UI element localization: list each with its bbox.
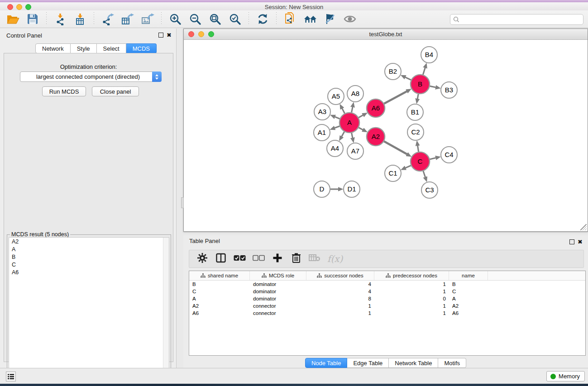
graph-node-A8[interactable]: A8 (347, 86, 363, 102)
tab-network[interactable]: Network (35, 43, 71, 53)
mcds-result-item[interactable]: A2 (9, 238, 169, 245)
edge-B-B1[interactable] (417, 94, 418, 99)
run-mcds-button[interactable]: Run MCDS (42, 86, 86, 96)
search-box[interactable] (450, 14, 583, 25)
mcds-result-item[interactable]: A6 (9, 268, 169, 276)
column-header-name[interactable]: name (449, 271, 488, 280)
table-cell[interactable]: A6 (189, 310, 250, 316)
import-table-button[interactable] (72, 11, 88, 27)
edge-A2-C[interactable] (384, 141, 407, 154)
mcds-result-item[interactable]: B (9, 253, 169, 261)
table-cell[interactable]: C (189, 289, 250, 294)
edge-A6-B[interactable] (384, 91, 407, 104)
settings-gear-button[interactable] (196, 252, 208, 266)
table-cell[interactable]: 0 (374, 296, 449, 301)
window-resize-grip[interactable] (580, 224, 587, 230)
column-header-predecessor-nodes[interactable]: predecessor nodes (374, 271, 449, 280)
delete-row-button[interactable] (290, 252, 302, 266)
open-folder-button[interactable] (5, 11, 21, 27)
table-cell[interactable]: 4 (306, 289, 374, 294)
graph-node-A5[interactable]: A5 (328, 88, 344, 105)
edge-A-A4[interactable] (342, 132, 344, 137)
network-canvas[interactable]: AA1A3A4A5A7A8A6A2BB1B2B3B4CC1C2C3C4DD1 (184, 40, 587, 231)
graph-node-A[interactable]: A (339, 113, 359, 133)
zoom-selected-button[interactable] (227, 11, 243, 27)
table-row[interactable]: A6connector11A6 (189, 310, 585, 317)
edge-A-A8[interactable] (352, 107, 353, 112)
memory-button[interactable]: Memory (546, 371, 585, 381)
table-row[interactable]: Cdominator41C (189, 288, 585, 295)
close-panel-button[interactable]: Close panel (92, 86, 139, 96)
edge-C-C2[interactable] (418, 146, 419, 152)
table-cell[interactable]: dominator (250, 281, 306, 287)
graph-node-B2[interactable]: B2 (385, 63, 401, 80)
graph-node-C2[interactable]: C2 (407, 124, 424, 140)
new-network-from-selection-button[interactable] (282, 11, 298, 27)
zoom-fit-button[interactable] (207, 11, 223, 27)
table-cell[interactable]: A2 (449, 303, 488, 309)
table-cell[interactable]: 1 (374, 303, 449, 309)
table-cell[interactable]: A (449, 296, 488, 301)
table-cell[interactable]: 4 (306, 281, 374, 287)
graph-node-A7[interactable]: A7 (347, 143, 363, 159)
table-cell[interactable]: A (189, 296, 250, 301)
column-header-shared-name[interactable]: shared name (189, 271, 250, 280)
edge-A-A6[interactable] (359, 115, 363, 117)
column-header-MCDS-role[interactable]: MCDS role (250, 271, 306, 280)
tab-style[interactable]: Style (71, 43, 97, 53)
graph-node-D1[interactable]: D1 (344, 181, 360, 197)
split-columns-button[interactable] (215, 252, 227, 266)
edge-C-C3[interactable] (423, 171, 425, 177)
task-history-button[interactable] (6, 372, 16, 381)
import-network-button[interactable] (52, 11, 68, 27)
edge-B-B4[interactable] (423, 68, 425, 75)
hide-selected-button[interactable] (322, 11, 338, 27)
result-list-scrollbar[interactable] (163, 238, 169, 385)
graph-node-B1[interactable]: B1 (407, 104, 423, 120)
table-row[interactable]: Adominator80A (189, 295, 585, 302)
graph-node-C4[interactable]: C4 (441, 147, 457, 163)
show-all-button[interactable] (342, 11, 358, 27)
save-button[interactable] (24, 11, 41, 27)
export-network-button[interactable] (100, 11, 116, 27)
table-cell[interactable]: 1 (374, 310, 449, 316)
table-close-panel-icon[interactable]: ✖ (578, 239, 583, 244)
graph-node-A3[interactable]: A3 (314, 104, 330, 120)
edge-A-A3[interactable] (335, 117, 340, 119)
export-image-button[interactable] (139, 11, 156, 27)
edge-B-B3[interactable] (430, 86, 436, 87)
select-all-checkboxes-button[interactable] (234, 252, 246, 266)
table-cell[interactable]: dominator (250, 289, 306, 294)
mcds-result-list[interactable]: A2ABCA6 (9, 237, 169, 386)
table-cell[interactable]: B (449, 281, 488, 287)
table-cell[interactable]: C (449, 289, 488, 294)
table-cell[interactable]: 1 (306, 303, 374, 309)
graph-node-C[interactable]: C (411, 152, 430, 171)
graph-node-B3[interactable]: B3 (441, 82, 457, 98)
export-table-button[interactable] (120, 11, 136, 27)
tab-network-table[interactable]: Network Table (389, 358, 438, 368)
table-cell[interactable]: dominator (250, 296, 306, 301)
graph-node-B[interactable]: B (411, 75, 430, 94)
table-cell[interactable]: A6 (449, 310, 488, 316)
add-row-button[interactable] (272, 252, 283, 266)
column-header-successor-nodes[interactable]: successor nodes (306, 271, 374, 280)
edge-C-C1[interactable] (406, 166, 411, 168)
tab-mcds[interactable]: MCDS (126, 43, 157, 53)
table-cell[interactable]: A2 (189, 303, 250, 309)
edge-A-A7[interactable] (352, 133, 353, 138)
tab-motifs[interactable]: Motifs (438, 358, 466, 368)
first-neighbors-button[interactable] (302, 11, 318, 27)
mcds-result-item[interactable]: A (9, 245, 169, 253)
mcds-result-item[interactable]: C (9, 261, 169, 268)
search-input[interactable] (462, 16, 580, 23)
tab-edge-table[interactable]: Edge Table (347, 358, 389, 368)
tab-node-table[interactable]: Node Table (305, 358, 348, 368)
edge-A-A5[interactable] (342, 109, 345, 114)
edge-A-A2[interactable] (359, 128, 363, 130)
graph-node-A6[interactable]: A6 (367, 99, 385, 117)
node-table[interactable]: shared name MCDS role successor nodes pr… (189, 271, 586, 356)
edge-A-A1[interactable] (335, 126, 339, 128)
graph-node-A1[interactable]: A1 (314, 124, 330, 141)
network-graph[interactable]: AA1A3A4A5A7A8A6A2BB1B2B3B4CC1C2C3C4DD1 (184, 40, 587, 231)
